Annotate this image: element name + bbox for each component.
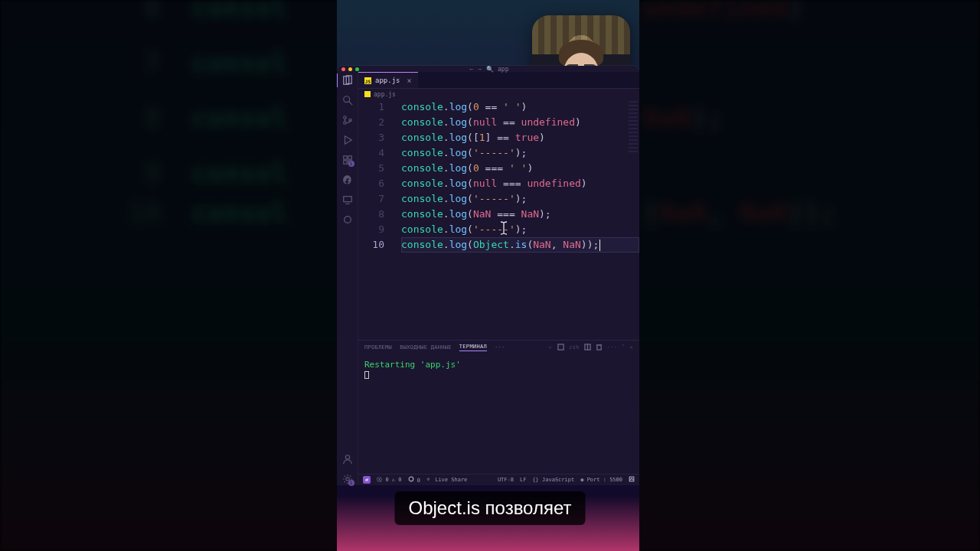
status-ports[interactable]: 0 [408,476,420,484]
status-live-server[interactable]: ◉ Port : 5500 [580,477,622,483]
status-bar: ⇄ ⓧ 0 ⚠ 0 0 ᯤ Live Share UTF-8 LF {} Jav… [358,474,639,484]
javascript-file-icon: JS [364,77,371,84]
settings-sync-icon[interactable] [342,214,353,225]
badge: 1 [348,480,354,486]
svg-point-5 [343,122,346,125]
tab-label: app.js [375,77,400,84]
svg-point-4 [343,116,346,119]
tab-app-js[interactable]: JS app.js × [358,72,418,88]
terminal-shell-picker[interactable] [557,344,564,352]
maximize-panel-icon[interactable]: ˄ [622,344,625,350]
explorer-icon[interactable] [342,75,353,86]
line-gutter: 123 456 789 10 [358,99,392,253]
nav-forward-icon[interactable]: → [478,66,482,73]
text-caret [599,240,600,251]
panel-tab-bar: ПРОБЛЕМЫ ВЫХОДНЫЕ ДАННЫЕ ТЕРМИНАЛ ··· ＋ … [358,341,639,354]
svg-line-3 [348,102,351,105]
status-notifications-icon[interactable] [629,476,635,484]
terminal-shell-label[interactable]: zsh [569,344,580,350]
activity-bar: 1 1 [337,72,358,484]
nav-back-icon[interactable]: ← [470,66,474,73]
vscode-window: ← → 🔍 app 1 1 [337,66,639,484]
svg-rect-10 [343,161,346,164]
minimize-window-icon[interactable] [348,67,352,71]
extensions-icon[interactable]: 1 [342,155,353,165]
editor-tab-bar: JS app.js × [358,72,639,89]
remote-explorer-icon[interactable] [342,194,353,205]
new-terminal-icon[interactable]: ＋ [547,344,553,351]
code-lines[interactable]: console.log(0 == ' ') console.log(null =… [401,99,639,253]
breadcrumb[interactable]: app.js [358,89,639,99]
badge: 1 [348,161,354,167]
svg-point-14 [344,217,351,223]
panel-tab-more[interactable]: ··· [495,344,505,350]
svg-point-22 [409,477,413,481]
svg-rect-20 [596,344,600,349]
remote-indicator[interactable]: ⇄ [363,476,371,484]
status-errors[interactable]: ⓧ 0 ⚠ 0 [377,476,401,484]
svg-rect-8 [343,156,346,159]
javascript-file-icon [364,91,371,97]
close-tab-icon[interactable]: × [407,77,412,85]
svg-rect-12 [343,197,351,202]
search-icon: 🔍 [486,66,494,73]
svg-point-15 [345,455,349,459]
status-language[interactable]: {} JavaScript [532,477,574,483]
search-icon[interactable] [342,95,353,106]
status-eol[interactable]: LF [520,477,526,483]
panel-more-icon[interactable]: ··· [607,344,618,350]
close-panel-icon[interactable]: × [629,344,633,350]
status-encoding[interactable]: UTF-8 [498,477,514,483]
terminal-line: Restarting 'app.js' [364,359,633,370]
panel-tab-output[interactable]: ВЫХОДНЫЕ ДАННЫЕ [400,344,452,350]
svg-point-2 [343,96,349,103]
svg-rect-17 [558,344,564,349]
close-window-icon[interactable] [341,67,345,71]
bottom-panel: ПРОБЛЕМЫ ВЫХОДНЫЕ ДАННЫЕ ТЕРМИНАЛ ··· ＋ … [358,340,639,474]
settings-gear-icon[interactable]: 1 [342,474,353,484]
phone-column: ← → 🔍 app 1 1 [337,0,639,551]
run-debug-icon[interactable] [342,135,353,145]
code-editor[interactable]: 123 456 789 10 console.log(0 == ' ') con… [358,99,639,340]
command-center[interactable]: 🔍 app [486,66,508,73]
video-caption: Object.is позволяет [395,491,586,525]
github-icon[interactable] [342,174,353,185]
svg-marker-7 [345,136,351,145]
window-titlebar: ← → 🔍 app [337,66,639,72]
terminal-cursor [364,371,369,379]
source-control-icon[interactable] [342,115,353,126]
svg-rect-9 [348,156,351,159]
panel-tab-problems[interactable]: ПРОБЛЕМЫ [364,344,392,350]
status-liveshare[interactable]: ᯤ Live Share [426,477,467,483]
account-icon[interactable] [342,454,353,465]
traffic-lights[interactable] [341,67,359,71]
split-terminal-icon[interactable] [584,344,591,352]
breadcrumb-file: app.js [374,91,396,98]
terminal-output[interactable]: Restarting 'app.js' [358,354,639,474]
kill-terminal-icon[interactable] [596,344,603,352]
panel-tab-terminal[interactable]: ТЕРМИНАЛ [459,344,487,351]
